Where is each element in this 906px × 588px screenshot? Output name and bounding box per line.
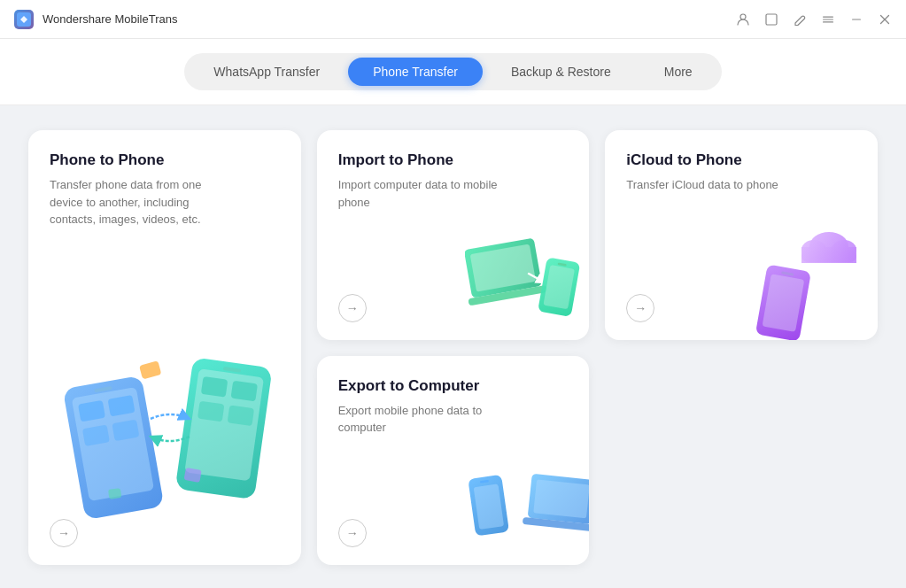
svg-rect-2 xyxy=(766,14,777,25)
card-phone-to-phone-desc: Transfer phone data from one device to a… xyxy=(50,176,209,228)
tab-phone-transfer[interactable]: Phone Transfer xyxy=(348,58,483,86)
svg-rect-23 xyxy=(108,488,121,499)
svg-rect-21 xyxy=(139,360,161,379)
card-icloud-to-phone-title: iCloud to Phone xyxy=(626,151,856,169)
svg-rect-5 xyxy=(823,21,833,22)
profile-icon[interactable] xyxy=(736,12,750,27)
svg-rect-18 xyxy=(230,381,258,402)
tab-backup-restore[interactable]: Backup & Restore xyxy=(486,58,636,86)
tab-whatsapp-transfer[interactable]: WhatsApp Transfer xyxy=(189,58,345,86)
svg-rect-6 xyxy=(852,19,861,19)
card-export-to-computer-desc: Export mobile phone data to computer xyxy=(338,402,498,437)
phone-to-phone-illustration xyxy=(55,326,275,530)
svg-rect-37 xyxy=(801,250,856,262)
card-import-to-phone-arrow[interactable]: → xyxy=(338,294,367,322)
edit-icon[interactable] xyxy=(793,12,807,27)
svg-point-1 xyxy=(740,14,746,19)
card-icloud-to-phone-arrow[interactable]: → xyxy=(626,294,654,322)
svg-rect-42 xyxy=(534,479,590,518)
svg-rect-3 xyxy=(823,16,833,17)
svg-rect-19 xyxy=(197,401,225,422)
main-content: Phone to Phone Transfer phone data from … xyxy=(0,105,906,588)
menu-icon[interactable] xyxy=(821,12,835,27)
app-icon xyxy=(14,10,34,29)
card-icloud-to-phone[interactable]: iCloud to Phone Transfer iCloud data to … xyxy=(605,130,878,340)
card-import-to-phone-desc: Import computer data to mobile phone xyxy=(338,176,498,211)
card-phone-to-phone-arrow[interactable]: → xyxy=(50,519,78,547)
icloud-illustration xyxy=(754,225,869,331)
svg-rect-4 xyxy=(823,19,833,19)
close-icon[interactable] xyxy=(878,12,892,27)
svg-rect-17 xyxy=(201,376,228,398)
card-phone-to-phone-title: Phone to Phone xyxy=(50,151,280,169)
import-illustration xyxy=(465,225,580,331)
card-import-to-phone[interactable]: Import to Phone Import computer data to … xyxy=(317,130,590,340)
card-export-to-computer-arrow[interactable]: → xyxy=(338,519,367,547)
card-icloud-to-phone-desc: Transfer iCloud data to phone xyxy=(626,176,786,194)
nav-tabs: WhatsApp Transfer Phone Transfer Backup … xyxy=(184,53,721,90)
titlebar-left: Wondershare MobileTrans xyxy=(14,10,177,29)
nav-bar: WhatsApp Transfer Phone Transfer Backup … xyxy=(0,39,906,105)
export-illustration xyxy=(465,450,580,556)
card-export-to-computer[interactable]: Export to Computer Export mobile phone d… xyxy=(317,356,590,566)
svg-rect-20 xyxy=(228,405,255,426)
titlebar: Wondershare MobileTrans xyxy=(0,0,906,39)
card-import-to-phone-title: Import to Phone xyxy=(338,151,569,169)
window-icon[interactable] xyxy=(764,12,778,27)
app-name-label: Wondershare MobileTrans xyxy=(43,12,177,26)
card-phone-to-phone[interactable]: Phone to Phone Transfer phone data from … xyxy=(28,130,301,565)
minimize-icon[interactable] xyxy=(849,12,863,27)
card-export-to-computer-title: Export to Computer xyxy=(338,377,569,395)
tab-more[interactable]: More xyxy=(639,58,717,86)
titlebar-controls xyxy=(736,12,892,27)
